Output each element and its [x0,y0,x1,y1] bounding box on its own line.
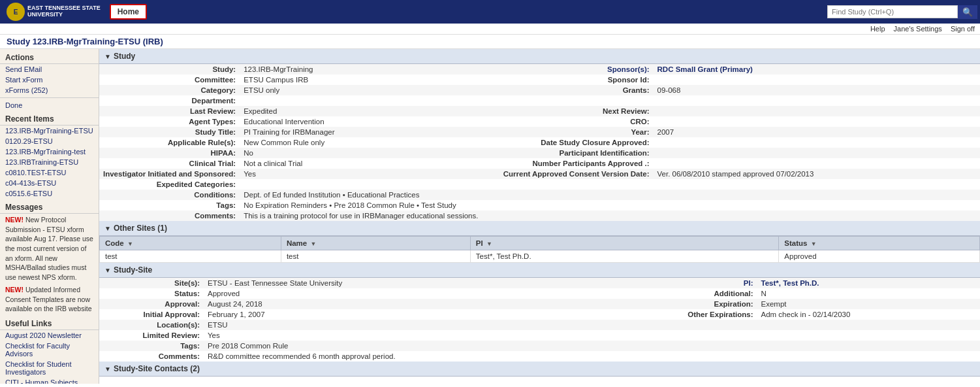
signoff-link[interactable]: Sign off [951,25,975,33]
ss-value-5: Yes [204,330,653,341]
study-site-contacts-section-header[interactable]: ▼ Study-Site Contacts (2) [99,362,980,377]
sort-name-icon: ▼ [310,241,316,247]
col-status[interactable]: Status ▼ [779,237,980,250]
study-label-6: Study Title: [99,127,240,137]
recent-item-4[interactable]: c0810.TEST-ETSU [0,167,99,178]
study-row-7: Applicable Rule(s): New Common Rule only… [99,137,980,148]
useful-link-3[interactable]: CITI - Human Subjects Training [0,377,99,384]
site-code-0: test [100,250,281,263]
ss-rlabel-2: Expiration: [653,299,757,309]
ss-label-0: Site(s): [99,278,204,288]
page-title-bar: Study 123.IRB-MgrTraining-ETSU (IRB) [0,35,980,49]
study-section-header[interactable]: ▼ Study [99,49,980,64]
sort-code-icon: ▼ [127,241,133,247]
study-rvalue-0: RDC Small Grant (Primary) [654,64,980,75]
ss-rlabel-6 [653,341,757,351]
study-label-13: Tags: [99,200,240,210]
xforms-link[interactable]: xForms (252) [0,85,99,95]
message-0: NEW! New Protocol Submission - ETSU xfor… [0,214,99,284]
study-rlabel-2: Grants: [499,85,654,95]
study-rvalue-5 [654,116,980,127]
study-label-8: HIPAA: [99,148,240,158]
study-site-collapse-icon: ▼ [104,267,111,274]
study-value-0: 123.IRB-MgrTraining [240,64,499,75]
recent-item-5[interactable]: c04-413s-ETSU [0,178,99,188]
study-rlabel-5: CRO: [499,116,654,127]
recent-item-2[interactable]: 123.IRB-MgrTraining-test [0,146,99,157]
study-row-13: Tags: No Expiration Reminders • Pre 2018… [99,200,980,210]
col-code[interactable]: Code ▼ [100,237,281,250]
study-site-contacts-collapse-icon: ▼ [104,365,111,373]
ss-rlabel-5 [653,330,757,341]
study-label-0: Study: [99,64,240,75]
col-name[interactable]: Name ▼ [281,237,470,250]
recent-items-title: Recent Items [0,112,99,126]
study-rvalue-11 [654,179,980,190]
ss-label-4: Location(s): [99,320,204,330]
search-input[interactable] [827,5,958,18]
sort-pi-icon: ▼ [486,241,492,247]
send-email-link[interactable]: Send EMail [0,64,99,75]
study-section-title: Study [114,52,135,61]
recent-item-0[interactable]: 123.IRB-MgrTraining-ETSU [0,126,99,136]
ss-label-1: Status: [99,288,204,299]
study-site-section-header[interactable]: ▼ Study-Site [99,263,980,278]
study-value-2: ETSU only [240,85,499,95]
recent-item-3[interactable]: 123.IRBTraining-ETSU [0,157,99,167]
study-value-6: PI Training for IRBManager [240,127,499,137]
useful-link-2[interactable]: Checklist for Student Investigators [0,359,99,377]
ss-label-3: Initial Approval: [99,309,204,320]
study-value-1: ETSU Campus IRB [240,75,499,85]
ss-row-5: Limited Review: Yes [99,330,980,341]
help-link[interactable]: Help [870,25,885,33]
study-rlabel-6: Year: [499,127,654,137]
study-row-14: Comments: This is a training protocol fo… [99,210,980,221]
study-rlabel-4: Next Review: [499,106,654,116]
ss-value-4: ETSU [204,320,653,330]
useful-links-title: Useful Links [0,316,99,330]
useful-link-0[interactable]: August 2020 Newsletter [0,330,99,341]
useful-link-1[interactable]: Checklist for Faculty Advisors [0,341,99,359]
study-value-9: Not a clinical Trial [240,158,499,169]
recent-item-6[interactable]: c0515.6-ETSU [0,188,99,199]
ss-rlabel-0: PI: [653,278,757,288]
messages-title: Messages [0,200,99,214]
study-rvalue-6: 2007 [654,127,980,137]
study-site-details-table: Site(s): ETSU - East Tennessee State Uni… [99,278,980,362]
study-site-section-title: Study-Site [114,265,152,275]
ss-rvalue-7 [757,351,980,362]
study-value-4: Expedited [240,106,499,116]
ss-value-6: Pre 2018 Common Rule [204,341,653,351]
home-button[interactable]: Home [110,4,147,20]
ss-rvalue-6 [757,341,980,351]
recent-item-1[interactable]: 0120.29-ETSU [0,136,99,146]
university-name: EAST TENNESSEE STATE UNIVERSITY [27,5,101,18]
ss-rlabel-7 [653,351,757,362]
content-area: ▼ Study Study: 123.IRB-MgrTraining Spons… [99,49,980,384]
ss-row-6: Tags: Pre 2018 Common Rule [99,341,980,351]
study-label-5: Agent Types: [99,116,240,127]
site-status-0: Approved [779,250,980,263]
ss-label-6: Tags: [99,341,204,351]
main-layout: Actions Send EMail Start xForm xForms (2… [0,49,980,384]
col-pi[interactable]: PI ▼ [470,237,779,250]
other-sites-table: Code ▼ Name ▼ PI ▼ Status ▼ [99,236,980,263]
sites-data-row-0: test test Test*, Test Ph.D. Approved [100,250,980,263]
search-button[interactable]: 🔍 [958,5,977,19]
study-rlabel-9: Number Participants Approved .: [499,158,654,169]
done-link[interactable]: Done [0,100,99,110]
study-label-10: Investigator Initiated and Sponsored: [99,169,240,179]
study-row-9: Clinical Trial: Not a clinical Trial Num… [99,158,980,169]
ss-rvalue-1: N [757,288,980,299]
study-label-11: Expedited Categories: [99,179,240,190]
study-rvalue-4 [654,106,980,116]
top-navigation-bar: E EAST TENNESSEE STATE UNIVERSITY Home 🔍 [0,0,980,24]
other-sites-collapse-icon: ▼ [104,225,111,232]
other-sites-section-title: Other Sites (1) [114,224,167,233]
study-collapse-icon: ▼ [104,53,111,60]
start-xform-link[interactable]: Start xForm [0,75,99,85]
settings-link[interactable]: Jane's Settings [894,25,942,33]
other-sites-section-header[interactable]: ▼ Other Sites (1) [99,221,980,236]
study-label-9: Clinical Trial: [99,158,240,169]
study-rlabel-1: Sponsor Id: [499,75,654,85]
